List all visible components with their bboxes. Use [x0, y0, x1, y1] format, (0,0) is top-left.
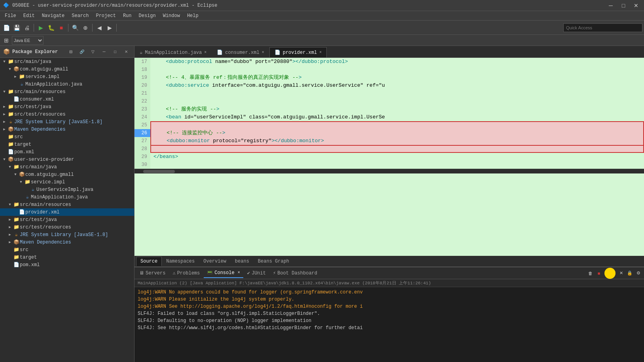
line-content[interactable]: <dubbo:service interface="com.atguigu.gm… [150, 82, 644, 90]
tree-item[interactable]: 📄 provider.xml [0, 208, 134, 216]
close-sidebar-button[interactable]: ✕ [121, 47, 131, 57]
save-button[interactable]: 💾 [12, 23, 21, 32]
tree-item[interactable]: ▼ 📁 src/main/resources [0, 201, 134, 208]
tree-arrow[interactable]: ▼ [2, 60, 7, 64]
menu-navigate[interactable]: Navigate [39, 12, 68, 19]
tree-item[interactable]: ☕ MainApplication.java [0, 193, 134, 201]
tree-item[interactable]: ▼ 📦 user-service-provider [0, 156, 134, 163]
tree-item[interactable]: ▼ 📁 src/main/java [0, 58, 134, 65]
tree-arrow[interactable]: ▼ [2, 158, 7, 162]
console-clear-button[interactable]: 🗑 [586, 269, 594, 277]
tree-arrow[interactable]: ▶ [7, 225, 13, 229]
xml-tab[interactable]: Overview [199, 257, 231, 266]
tree-item[interactable]: ▶ 📁 src/test/java [0, 103, 134, 111]
tree-arrow[interactable]: ▼ [7, 203, 13, 207]
tree-item[interactable]: ▶ 📦 Maven Dependencies [0, 238, 134, 246]
minimize-button[interactable]: ─ [606, 1, 616, 10]
line-content[interactable]: <bean id="userServiceImpl" class="com.at… [150, 113, 644, 121]
line-content[interactable]: <dubbo:monitor protocol="registry"></dub… [150, 137, 644, 145]
console-tab[interactable]: ⚡ Boot Dashboard [270, 269, 320, 278]
console-tab[interactable]: 📟 Console× [204, 268, 243, 278]
tab-close-button[interactable]: × [319, 50, 322, 55]
line-content[interactable] [150, 145, 644, 153]
code-editor[interactable]: 17 <dubbo:protocol name="dubbo" port="20… [134, 58, 644, 256]
tree-item[interactable]: 📁 src [0, 246, 134, 253]
grid-button[interactable]: ⊞ [2, 36, 11, 45]
link-with-editor-button[interactable]: 🔗 [77, 47, 87, 57]
open-type-button[interactable]: ⊕ [81, 23, 90, 32]
line-content[interactable]: <!-- 服务的实现 --> [150, 105, 644, 113]
tree-arrow[interactable]: ▶ [13, 74, 18, 79]
editor-tab[interactable]: 📄 provider.xml × [269, 47, 327, 57]
tree-item[interactable]: 📁 target [0, 253, 134, 261]
collapse-all-button[interactable]: ⊟ [66, 47, 76, 57]
menu-file[interactable]: File [2, 12, 19, 19]
tree-item[interactable]: ▶ 📦 Maven Dependencies [0, 126, 134, 133]
view-menu-button[interactable]: ▽ [88, 47, 98, 57]
horizontal-scrollbar[interactable] [134, 169, 644, 173]
tree-item[interactable]: ☕ MainApplication.java [0, 80, 134, 88]
line-content[interactable] [150, 121, 644, 129]
tree-item[interactable]: ▼ 📦 com.atguigu.gmall [0, 65, 134, 73]
menu-run[interactable]: Run [120, 12, 135, 19]
tree-item[interactable]: ▼ 📁 service.impl [0, 178, 134, 186]
tree-arrow[interactable]: ▶ [2, 112, 7, 116]
console-settings[interactable]: ⚙ [635, 269, 642, 277]
line-content[interactable]: <dubbo:protocol name="dubbo" port="20880… [150, 58, 644, 66]
tree-arrow[interactable]: ▶ [2, 127, 7, 131]
menu-edit[interactable]: Edit [20, 12, 38, 19]
tree-item[interactable]: ▶ 📁 src/test/resources [0, 223, 134, 231]
menu-help[interactable]: Help [184, 12, 202, 19]
xml-tab[interactable]: Namespaces [162, 257, 199, 266]
line-content[interactable] [150, 90, 644, 97]
line-content[interactable]: </beans> [150, 153, 644, 161]
new-button[interactable]: 📄 [2, 23, 11, 32]
line-content[interactable] [150, 97, 644, 105]
console-stop-button[interactable]: ■ [595, 269, 603, 277]
editor-tab[interactable]: ☕ MainApplication.java × [134, 47, 212, 57]
tree-arrow[interactable]: ▶ [7, 240, 13, 244]
console-tab[interactable]: ⚠ Problems [169, 269, 203, 278]
console-tab[interactable]: ✔ JUnit [244, 269, 269, 278]
line-content[interactable] [150, 66, 644, 74]
maximize-sidebar-button[interactable]: □ [110, 47, 120, 57]
tree-item[interactable]: ▼ 📦 com.atguigu.gmall [0, 171, 134, 178]
close-button[interactable]: ✕ [631, 1, 641, 10]
tree-item[interactable]: 📁 src [0, 133, 134, 141]
tree-item[interactable]: 📁 target [0, 141, 134, 148]
xml-tab[interactable]: Source [136, 257, 162, 266]
tree-item[interactable]: ☕ UserServiceImpl.java [0, 186, 134, 193]
tree-item[interactable]: ▶ ☕ JRE System Library [JavaSE-1.8] [0, 118, 134, 126]
tab-close-button[interactable]: × [262, 50, 264, 55]
tree-arrow[interactable]: ▼ [13, 173, 18, 177]
console-tab-close[interactable]: × [238, 271, 240, 275]
menu-window[interactable]: Window [160, 12, 183, 19]
menu-design[interactable]: Design [135, 12, 159, 19]
quick-access-input[interactable] [563, 23, 642, 32]
xml-tab[interactable]: beans [231, 257, 254, 266]
menu-project[interactable]: Project [93, 12, 119, 19]
line-content[interactable]: <!-- 4、暴露服务 ref：指向服务的真正的实现对象 --> [150, 74, 644, 82]
console-terminate-button[interactable]: ✕ [617, 269, 625, 277]
prev-edit-button[interactable]: ◀ [95, 23, 104, 32]
perspective-selector[interactable]: Java EE [12, 36, 44, 45]
tree-item[interactable]: 📄 pom.xml [0, 148, 134, 156]
maximize-button[interactable]: □ [619, 1, 628, 10]
tree-item[interactable]: ▼ 📁 src/main/resources [0, 88, 134, 95]
tree-arrow[interactable]: ▼ [2, 90, 7, 94]
tree-arrow[interactable]: ▼ [7, 67, 13, 71]
editor-tab[interactable]: 📄 consumer.xml × [212, 47, 269, 57]
stop-button[interactable]: ■ [57, 23, 66, 32]
debug-button[interactable]: 🐛 [46, 23, 56, 32]
tree-item[interactable]: ▶ 📁 service.impl [0, 73, 134, 80]
print-button[interactable]: 🖨 [22, 23, 32, 32]
tree-arrow[interactable]: ▶ [7, 232, 13, 237]
console-output[interactable]: log4j:WARN No appenders could be found f… [134, 287, 644, 362]
console-scroll-lock[interactable]: 🔒 [626, 269, 634, 277]
tree-arrow[interactable]: ▶ [2, 105, 7, 109]
tree-item[interactable]: 📄 pom.xml [0, 261, 134, 269]
line-content[interactable]: <!-- 连接监控中心 --> [150, 129, 644, 137]
tree-item[interactable]: 📄 consumer.xml [0, 95, 134, 103]
line-content[interactable] [150, 161, 644, 169]
tree-item[interactable]: ▶ 📁 src/test/java [0, 216, 134, 223]
